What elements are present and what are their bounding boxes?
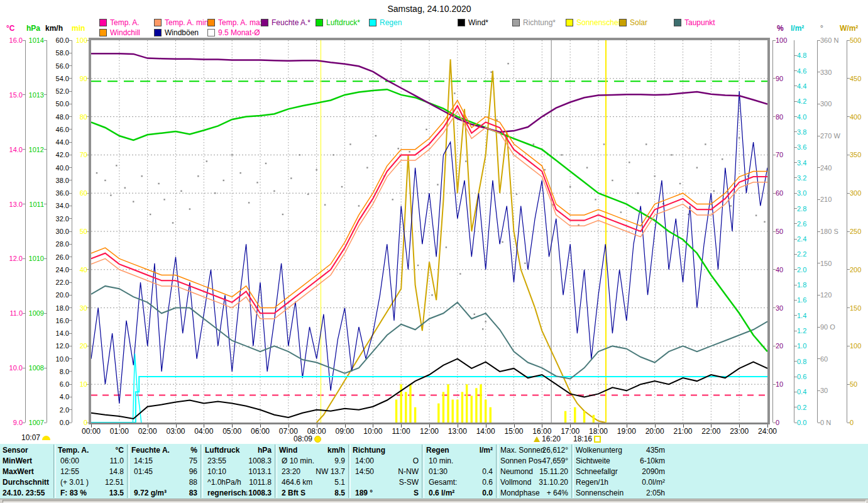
legend-label: Feuchte A.* — [272, 18, 310, 27]
axis-tick-label: 270 W — [820, 132, 840, 140]
info-value: 435m — [573, 446, 665, 455]
time-label: 19:00 — [613, 427, 640, 436]
axis-tick-label: 10 — [66, 380, 87, 388]
time-label: 24:00 — [754, 427, 781, 436]
axis-tick-label: 3.6 — [797, 143, 806, 151]
axis-tick-label: 34.0 — [48, 202, 69, 209]
table-row-header: Durchschnitt — [3, 478, 53, 487]
sunset-time: 18:16 — [573, 434, 592, 443]
time-label: 03:00 — [162, 427, 190, 436]
legend-label: Regen — [380, 18, 402, 27]
legend-label: Windchill — [110, 28, 140, 37]
axis-tick-label: 40 — [66, 266, 87, 274]
axis-tick-label: 4.6 — [797, 67, 806, 75]
axis-tick-label: 200 — [850, 266, 861, 274]
axis-tick-label: 0.0 — [797, 419, 806, 426]
axis-tick-label: 32.0 — [48, 215, 69, 223]
table-value: 0.0 — [424, 489, 493, 497]
axis-tick — [69, 53, 72, 53]
axis-unit-label: W/m² — [840, 24, 858, 33]
moonrise-time: 16:20 — [542, 434, 561, 443]
series-swatch-icon — [619, 19, 627, 26]
axis-tick-label: 0.6 — [797, 373, 806, 380]
axis-tick-label: 52.0 — [48, 87, 69, 95]
info-value: 15.11.20 — [498, 467, 568, 476]
legend-item: Temp. A. — [99, 18, 140, 26]
axis-tick-label: 1014 — [23, 36, 44, 44]
axis-tick-label: 80 — [776, 113, 783, 121]
axis-tick-label: 3.8 — [797, 128, 806, 136]
table-column-unit: hPa — [202, 446, 272, 455]
info-value: 2:05h — [573, 489, 665, 497]
table-value: 8.5 — [277, 489, 345, 497]
axis-tick-label: 30 — [66, 304, 87, 312]
axis-tick-label: 26.0 — [48, 253, 69, 261]
axis-tick-label: 210 — [820, 196, 832, 203]
moonset-icon — [42, 436, 50, 440]
axis-tick-label: 1.2 — [797, 327, 806, 334]
axis-tick-label: 30 — [820, 387, 828, 394]
axis-tick-label: 40 — [776, 266, 783, 274]
series-swatch-icon — [99, 29, 107, 36]
time-label: 05:00 — [218, 427, 246, 436]
axis-tick-label: 10.0 — [48, 355, 69, 363]
axis-tick-label: 4.2 — [797, 97, 806, 105]
axis-tick-label: 12.0 — [1, 255, 23, 262]
axis-tick — [69, 282, 72, 283]
axis-tick-label: 38.0 — [48, 177, 69, 184]
axis-tick — [44, 423, 47, 423]
axis-tick-label: 1007 — [23, 419, 44, 426]
axis-tick-label: 0 — [850, 419, 854, 426]
axis-tick — [69, 320, 72, 321]
legend-item: Feuchte A.* — [261, 18, 310, 26]
legend-label: Windböen — [165, 28, 199, 37]
axis-tick-label: 1.0 — [797, 342, 806, 350]
table-column-unit: °C — [55, 446, 124, 455]
axis-tick-label: 1009 — [23, 309, 44, 317]
table-value: 5.1 — [277, 478, 345, 487]
axis-tick — [69, 371, 72, 372]
axis-tick-label: 250 — [850, 228, 861, 235]
table-value: 96 — [129, 467, 197, 476]
axis-unit-label: °C — [6, 24, 14, 33]
axis-tick — [69, 206, 72, 206]
legend-label: Wind* — [468, 18, 488, 27]
legend-label: 9.5 Monat-Ø — [218, 28, 260, 37]
axis-tick — [44, 94, 47, 95]
series-swatch-icon — [207, 29, 215, 36]
table-value: 88 — [129, 478, 197, 487]
legend-item: Windböen — [154, 28, 199, 36]
moonset-marker: 10:07 — [21, 433, 50, 442]
legend-item: Richtung* — [512, 18, 556, 26]
info-value: 2090m — [573, 467, 665, 476]
sunrise-marker: 08:09 — [294, 434, 321, 443]
axis-tick-label: 0.2 — [797, 404, 806, 411]
time-label: 21:00 — [669, 427, 697, 436]
info-value: 26,612° — [498, 446, 568, 455]
axis-tick-label: 15.0 — [1, 91, 23, 99]
info-value: -47,659° — [498, 456, 568, 465]
sunset-marker: 18:16 — [573, 434, 601, 443]
axis-tick-label: 13.0 — [1, 201, 23, 208]
time-label: 11:00 — [387, 427, 415, 436]
axis-tick — [69, 257, 72, 257]
axis-tick — [69, 167, 72, 168]
table-value: 12.51 — [55, 478, 124, 487]
axis-tick-label: 150 — [820, 260, 832, 267]
axis-tick-label: 30 — [776, 304, 783, 312]
axis-tick-label: 70 — [776, 151, 783, 158]
legend-item: Solar — [619, 18, 647, 26]
axis-tick-label: 100 — [66, 36, 87, 44]
table-column-unit: l/m² — [424, 446, 493, 455]
time-label: 23:00 — [725, 427, 753, 436]
legend-label: Temp. A. — [110, 18, 140, 27]
axis-tick-label: 100 — [850, 342, 861, 350]
axis-tick-label: 90 — [776, 75, 783, 82]
axis-tick-label: 1.4 — [797, 312, 806, 319]
axis-tick — [44, 313, 47, 314]
axis-tick-label: 240 — [820, 164, 832, 172]
table-value: S — [350, 489, 419, 497]
axis-tick — [69, 65, 72, 66]
page-title: Samstag, 24.10.2020 — [0, 4, 859, 14]
axis-tick-label: 90 — [66, 75, 87, 82]
